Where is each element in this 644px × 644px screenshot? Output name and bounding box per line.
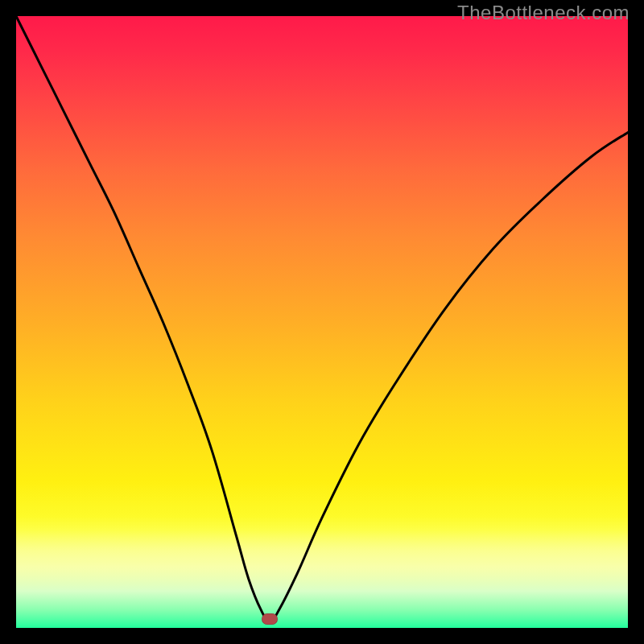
bottleneck-curve-path [16,16,628,621]
optimal-marker [262,613,278,625]
watermark-text: TheBottleneck.com [457,2,630,24]
curve-layer [16,16,628,628]
plot-area [16,16,628,628]
chart-frame: TheBottleneck.com [0,0,644,644]
